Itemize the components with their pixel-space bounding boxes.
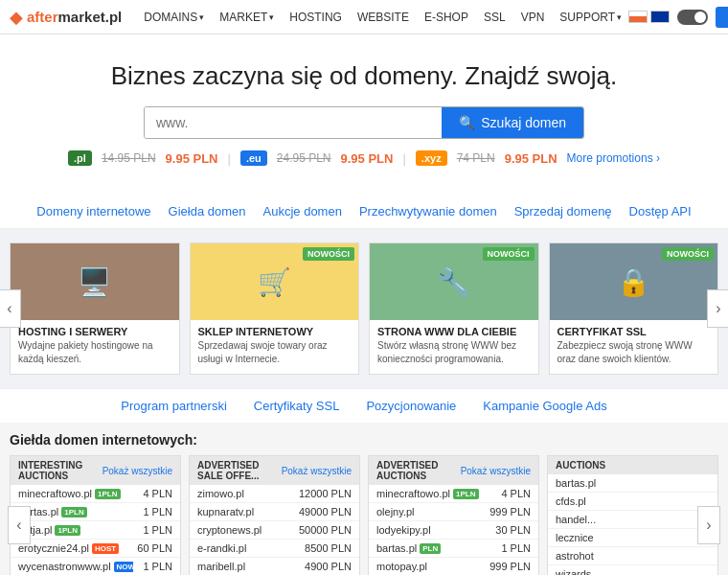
slider-arrow-right[interactable]: ›	[707, 289, 728, 328]
search-button[interactable]: 🔍 Szukaj domen	[442, 107, 583, 138]
nav-item-website[interactable]: WEBSITE	[351, 11, 416, 24]
nav-link-domeny-internetowe[interactable]: Domeny internetowe	[36, 204, 150, 218]
table-row[interactable]: cryptonews.pl50000 PLN	[190, 521, 359, 540]
table-row[interactable]: e-randki.pl8500 PLN	[190, 540, 359, 558]
card-2[interactable]: 🔧NOWOŚCISTRONA WWW DLA CIEBIEStwórz włas…	[369, 242, 539, 375]
auction-price: 999 PLN	[489, 506, 531, 518]
table-row[interactable]: olejny.pl999 PLN	[369, 503, 538, 521]
table-row[interactable]: bartas.plPLN1 PLN	[369, 540, 538, 558]
nav-item-hosting[interactable]: HOSTING	[283, 11, 349, 24]
partner-link[interactable]: Program partnerski	[121, 399, 227, 413]
auction-price: 50000 PLN	[299, 524, 352, 536]
nav-link-sprzedaj-domenę[interactable]: Sprzedaj domenę	[514, 204, 612, 218]
table-row[interactable]: lodyekipy.pl30 PLN	[369, 521, 538, 540]
nav-links: Domeny internetoweGiełda domenAukcje dom…	[0, 196, 728, 229]
auction-tag: NOWA	[114, 562, 133, 572]
auctions-arrow-left[interactable]: ‹	[8, 506, 31, 544]
card-desc: Zabezpiecz swoją stronę WWW oraz dane sw…	[550, 339, 718, 374]
auction-price: 4 PLN	[501, 488, 531, 499]
more-promos-link[interactable]: More promotions ›	[567, 151, 660, 165]
auctions-slider: ‹ INTERESTING AUCTIONSPokaż wszystkiemin…	[10, 455, 718, 575]
nav-link-aukcje-domen[interactable]: Aukcje domen	[263, 204, 342, 218]
nav-item-market[interactable]: MARKET▾	[213, 11, 281, 24]
auction-tag: 1PLN	[55, 525, 80, 536]
table-row[interactable]: erotycznie24.plHOST60 PLN	[11, 540, 180, 558]
nav-arrow-icon: ▾	[199, 12, 204, 22]
partner-link[interactable]: Pozycjonowanie	[366, 399, 456, 413]
card-3[interactable]: 🔒NOWOŚCICERTYFIKAT SSLZabezpiecz swoją s…	[549, 242, 719, 375]
header: ◆ aftermarket.pl DOMAINS▾MARKET▾HOSTINGW…	[0, 0, 728, 34]
auction-price: 999 PLN	[489, 561, 531, 572]
slider-arrow-left[interactable]: ‹	[0, 289, 21, 328]
card-desc: Sprzedawaj swoje towary oraz usługi w In…	[191, 339, 359, 374]
table-row[interactable]: handel...	[548, 511, 717, 529]
account-button[interactable]: 👤 Your account	[716, 7, 728, 28]
table-row[interactable]: cfds.pl	[548, 493, 717, 511]
auction-domain: wycenastronwww.plNOWA	[18, 561, 133, 572]
auction-price: 30 PLN	[495, 524, 531, 536]
nav-link-przechwytywanie-domen[interactable]: Przechwytywanie domen	[359, 204, 497, 218]
auction-col-title: AUCTIONS	[556, 460, 605, 471]
auction-col-0: INTERESTING AUCTIONSPokaż wszystkieminec…	[10, 455, 181, 575]
auction-tag: HOST	[92, 543, 119, 554]
nav-link-dostęp-api[interactable]: Dostęp API	[629, 204, 692, 218]
promo-row: .pl14.95 PLN9.95 PLN|.eu24.95 PLN9.95 PL…	[19, 150, 709, 166]
nav-item-support[interactable]: SUPPORT▾	[553, 11, 628, 24]
table-row[interactable]: bartas.pl	[548, 474, 717, 493]
promo-badge-pl: .pl	[68, 150, 92, 166]
auctions-grid: INTERESTING AUCTIONSPokaż wszystkieminec…	[10, 455, 718, 575]
nav-link-giełda-domen[interactable]: Giełda domen	[169, 204, 246, 218]
table-row[interactable]: netja.pl1PLN1 PLN	[11, 521, 180, 540]
flag-pl-icon[interactable]	[628, 11, 648, 23]
table-row[interactable]: wycenastronwww.plNOWA1 PLN	[11, 558, 180, 575]
main-nav: DOMAINS▾MARKET▾HOSTINGWEBSITEE-SHOPSSLVP…	[137, 11, 628, 24]
table-row[interactable]: kupnaratv.pl49000 PLN	[190, 503, 359, 521]
promo-badge-eu: .eu	[240, 150, 267, 166]
card-1[interactable]: 🛒NOWOŚCISKLEP INTERNETOWYSprzedawaj swoj…	[190, 242, 360, 375]
promo-new-price: 9.95 PLN	[166, 151, 218, 166]
card-new-badge: NOWOŚCI	[303, 247, 354, 261]
logo-diamond-icon: ◆	[10, 7, 23, 28]
auctions-title: Giełda domen internetowych:	[10, 432, 718, 448]
auction-show-all[interactable]: Pokaż wszystkie	[102, 466, 172, 476]
card-0[interactable]: 🖥️HOSTING I SERWERYWydajne pakiety hosti…	[10, 242, 180, 375]
theme-toggle[interactable]	[677, 10, 708, 25]
auction-price: 1 PLN	[143, 524, 172, 536]
auction-domain: kupnaratv.pl	[197, 506, 254, 518]
search-icon: 🔍	[459, 115, 475, 130]
promo-new-price: 9.95 PLN	[341, 151, 394, 166]
auction-domain: bartas.pl	[556, 477, 596, 489]
nav-item-ssl[interactable]: SSL	[477, 11, 512, 24]
nav-item-domains[interactable]: DOMAINS▾	[137, 11, 211, 24]
partner-link[interactable]: Kampanie Google Ads	[483, 399, 606, 413]
auction-show-all[interactable]: Pokaż wszystkie	[282, 466, 352, 476]
auction-show-all[interactable]: Pokaż wszystkie	[461, 466, 531, 476]
cards-slider: ‹ 🖥️HOSTING I SERWERYWydajne pakiety hos…	[0, 229, 728, 388]
table-row[interactable]: maribell.pl4900 PLN	[190, 558, 359, 575]
table-row[interactable]: lecznice	[548, 529, 717, 547]
auctions-arrow-right[interactable]: ›	[697, 506, 720, 544]
nav-item-vpn[interactable]: VPN	[514, 11, 552, 24]
table-row[interactable]: minecraftowo.pl1PLN4 PLN	[11, 485, 180, 503]
partner-link[interactable]: Certyfikaty SSL	[254, 399, 340, 413]
search-box: 🔍 Szukaj domen	[144, 106, 584, 139]
promo-old-price: 24.95 PLN	[277, 151, 331, 165]
search-btn-label: Szukaj domen	[481, 115, 566, 130]
table-row[interactable]: bartas.pl1PLN1 PLN	[11, 503, 180, 521]
table-row[interactable]: zimowo.pl12000 PLN	[190, 485, 359, 503]
card-image: 🖥️	[11, 243, 179, 320]
table-row[interactable]: minecraftowo.pl1PLN4 PLN	[369, 485, 538, 503]
auction-tag: 1PLN	[95, 489, 120, 499]
table-row[interactable]: motopay.pl999 PLN	[369, 558, 538, 575]
logo[interactable]: ◆ aftermarket.pl	[10, 7, 122, 28]
card-new-badge: NOWOŚCI	[483, 247, 535, 261]
flag-en-icon[interactable]	[650, 11, 670, 23]
table-row[interactable]: astrohot	[548, 547, 717, 565]
nav-item-e-shop[interactable]: E-SHOP	[418, 11, 475, 24]
search-input[interactable]	[145, 107, 442, 138]
auction-domain: erotycznie24.plHOST	[18, 542, 119, 554]
promo-old-price: 74 PLN	[457, 151, 495, 165]
auction-domain: lodyekipy.pl	[376, 524, 431, 536]
auction-domain: wizards.	[556, 568, 594, 575]
table-row[interactable]: wizards.	[548, 565, 717, 575]
